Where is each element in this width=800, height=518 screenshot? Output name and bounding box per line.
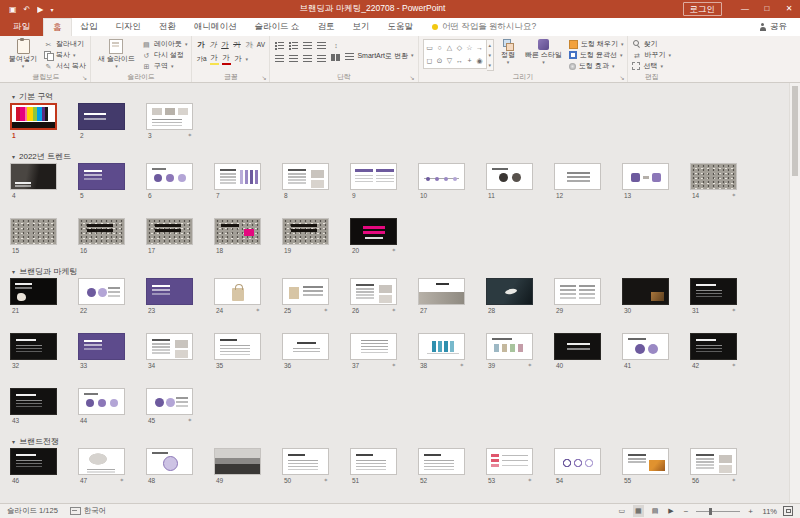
slide-32[interactable]: 32: [10, 333, 57, 370]
triangle-shape-icon[interactable]: △: [445, 41, 455, 54]
slide-36[interactable]: 36: [282, 333, 329, 370]
slide-35[interactable]: 35: [214, 333, 261, 370]
transition-star-icon[interactable]: ✶: [731, 478, 736, 484]
undo-icon[interactable]: ↶: [24, 5, 31, 14]
section-header[interactable]: ▾브랜딩과 마케팅: [10, 265, 786, 278]
slide-thumbnail[interactable]: [78, 163, 125, 190]
slide-thumbnail[interactable]: [690, 163, 737, 190]
transition-star-icon[interactable]: ✶: [459, 363, 464, 369]
slide-30[interactable]: 30: [622, 278, 669, 315]
find-button[interactable]: 찾기: [632, 39, 671, 49]
zoom-slider[interactable]: [696, 511, 740, 512]
triangle-down-shape-icon[interactable]: ▽: [445, 54, 455, 67]
align-right-button[interactable]: [302, 53, 313, 63]
slide-thumbnail[interactable]: [10, 163, 57, 190]
underline-button[interactable]: 가: [220, 40, 229, 50]
slide-thumbnail[interactable]: [10, 333, 57, 360]
slide-thumbnail[interactable]: [486, 448, 533, 475]
shape-effects-button[interactable]: 도형 효과▾: [569, 61, 623, 71]
slide-12[interactable]: 12: [554, 163, 601, 200]
slide-18[interactable]: 18: [214, 218, 261, 255]
section-header[interactable]: ▾2022년 트렌드: [10, 150, 786, 163]
slide-thumbnail[interactable]: [486, 278, 533, 305]
slide-thumbnail[interactable]: [78, 448, 125, 475]
slide-thumbnail[interactable]: [622, 448, 669, 475]
slide-42[interactable]: 42✶: [690, 333, 737, 370]
slide-11[interactable]: 11: [486, 163, 533, 200]
slide-2[interactable]: 2: [78, 103, 125, 140]
slide-44[interactable]: 44: [78, 388, 125, 425]
scrollbar-thumb[interactable]: [792, 86, 798, 176]
circle-dot-shape-icon[interactable]: ⊙: [435, 54, 445, 67]
section-button[interactable]: ⊞구역▾: [142, 61, 188, 71]
slide-39[interactable]: 39✶: [486, 333, 533, 370]
fit-slide-to-window-button[interactable]: [783, 506, 793, 516]
slide-51[interactable]: 51: [350, 448, 397, 485]
close-button[interactable]: ✕: [778, 0, 800, 18]
slide-thumbnail[interactable]: [690, 333, 737, 360]
strikethrough-button[interactable]: 가: [232, 40, 241, 50]
slide-thumbnail[interactable]: [146, 103, 193, 130]
slide-27[interactable]: 27: [418, 278, 465, 315]
transition-star-icon[interactable]: ✶: [731, 308, 736, 314]
slide-29[interactable]: 29: [554, 278, 601, 315]
slide-thumbnail[interactable]: [10, 103, 57, 130]
line-spacing-button[interactable]: ↕: [330, 40, 341, 50]
slide-thumbnail[interactable]: [554, 448, 601, 475]
dialog-launcher-icon[interactable]: ↘: [619, 75, 624, 81]
slide-thumbnail[interactable]: [214, 333, 261, 360]
slide-thumbnail[interactable]: [214, 278, 261, 305]
dialog-launcher-icon[interactable]: ↘: [82, 75, 87, 81]
zoom-slider-thumb[interactable]: [709, 508, 712, 515]
slide-thumbnail[interactable]: [10, 218, 57, 245]
slide-thumbnail[interactable]: [146, 278, 193, 305]
slide-45[interactable]: 45✶: [146, 388, 193, 425]
slide-counter[interactable]: 슬라이드 1/125: [7, 506, 58, 516]
slide-thumbnail[interactable]: [350, 163, 397, 190]
slide-13[interactable]: 13: [622, 163, 669, 200]
italic-button[interactable]: 가: [208, 40, 217, 50]
slide-thumbnail[interactable]: [486, 163, 533, 190]
slide-thumbnail[interactable]: [78, 218, 125, 245]
slide-52[interactable]: 52: [418, 448, 465, 485]
transition-star-icon[interactable]: ✶: [731, 363, 736, 369]
increase-indent-button[interactable]: [316, 40, 327, 50]
slide-thumbnail[interactable]: [418, 163, 465, 190]
dialog-launcher-icon[interactable]: ↘: [261, 75, 266, 81]
slide-thumbnail[interactable]: [78, 333, 125, 360]
tab-home[interactable]: 홈: [43, 18, 72, 36]
save-icon[interactable]: ▣: [9, 5, 17, 14]
slide-19[interactable]: 19: [282, 218, 329, 255]
slide-thumbnail[interactable]: [214, 218, 261, 245]
slide-21[interactable]: 21: [10, 278, 57, 315]
align-center-button[interactable]: [288, 53, 299, 63]
transition-star-icon[interactable]: ✶: [527, 363, 532, 369]
zoom-in-button[interactable]: +: [746, 507, 755, 516]
slide-thumbnail[interactable]: [78, 388, 125, 415]
convert-to-smartart-button[interactable]: SmartArt로 변환▾: [345, 51, 413, 61]
login-button[interactable]: 로그인: [683, 2, 723, 16]
slide-thumbnail[interactable]: [282, 278, 329, 305]
arrange-button[interactable]: 정렬 ▾: [498, 38, 518, 66]
bold-button[interactable]: 가: [196, 40, 205, 50]
slide-41[interactable]: 41: [622, 333, 669, 370]
transition-star-icon[interactable]: ✶: [255, 308, 260, 314]
slide-23[interactable]: 23: [146, 278, 193, 315]
quick-styles-button[interactable]: 빠른 스타일 ▾: [522, 38, 565, 66]
slide-thumbnail[interactable]: [282, 163, 329, 190]
slide-24[interactable]: 24✶: [214, 278, 261, 315]
vertical-scrollbar[interactable]: [789, 83, 800, 503]
format-painter-button[interactable]: ✎서식 복사: [44, 61, 86, 71]
shape-fill-button[interactable]: 도형 채우기▾: [569, 39, 623, 49]
transition-star-icon[interactable]: ✶: [391, 248, 396, 254]
slide-thumbnail[interactable]: [282, 218, 329, 245]
slide-thumbnail[interactable]: [214, 163, 261, 190]
slide-thumbnail[interactable]: [146, 448, 193, 475]
slide-3[interactable]: 3✶: [146, 103, 193, 140]
normal-view-button[interactable]: ▭: [616, 505, 627, 517]
highlight-color-button[interactable]: 가: [210, 53, 219, 65]
arrow-both-shape-icon[interactable]: ↔: [455, 54, 465, 67]
reset-button[interactable]: ↺다시 설정: [142, 50, 188, 60]
slide-16[interactable]: 16: [78, 218, 125, 255]
zoom-out-button[interactable]: −: [682, 507, 691, 516]
